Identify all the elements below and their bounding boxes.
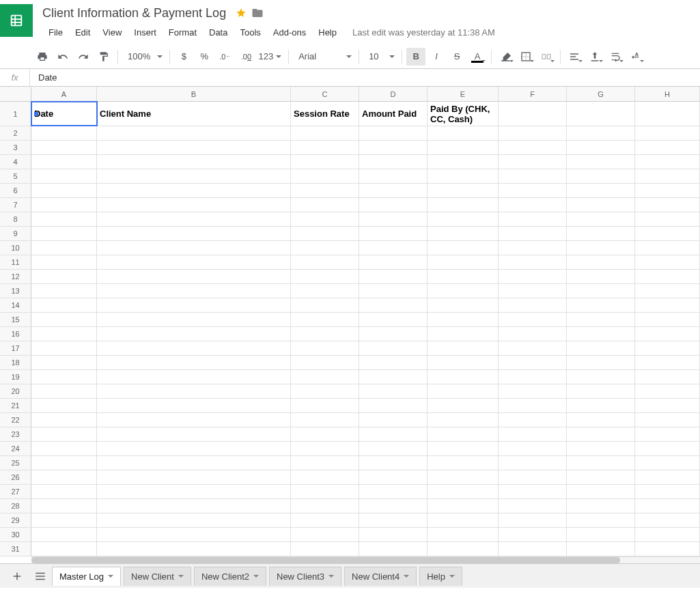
- cell-E28[interactable]: [428, 499, 499, 513]
- cell-A26[interactable]: [31, 470, 97, 484]
- cell-C28[interactable]: [291, 499, 359, 513]
- cell-E16[interactable]: [428, 327, 499, 341]
- cell-D4[interactable]: [359, 155, 428, 169]
- cell-H27[interactable]: [635, 485, 700, 498]
- cell-E7[interactable]: [428, 198, 499, 212]
- format-currency-button[interactable]: $: [174, 48, 193, 66]
- cell-H30[interactable]: [635, 528, 700, 541]
- cell-F9[interactable]: [499, 227, 567, 240]
- cell-F25[interactable]: [499, 456, 567, 470]
- all-sheets-button[interactable]: [29, 567, 52, 586]
- cell-G30[interactable]: [567, 528, 635, 541]
- cell-H8[interactable]: [635, 212, 700, 226]
- row-header-8[interactable]: 8: [0, 212, 31, 226]
- cell-H6[interactable]: [635, 184, 700, 197]
- cell-H19[interactable]: [635, 370, 700, 384]
- cell-E30[interactable]: [428, 528, 499, 541]
- sheet-tab-2[interactable]: New Client2: [194, 567, 266, 586]
- cell-C11[interactable]: [291, 255, 359, 269]
- row-header-16[interactable]: 16: [0, 327, 31, 341]
- merge-cells-button[interactable]: [537, 48, 556, 66]
- cell-E9[interactable]: [428, 227, 499, 240]
- row-header-21[interactable]: 21: [0, 399, 31, 412]
- row-header-24[interactable]: 24: [0, 442, 31, 455]
- cell-G23[interactable]: [567, 427, 635, 441]
- row-header-22[interactable]: 22: [0, 413, 31, 427]
- cell-B2[interactable]: [97, 126, 291, 140]
- cell-F3[interactable]: [499, 141, 567, 154]
- cell-A16[interactable]: [31, 327, 97, 341]
- cell-H5[interactable]: [635, 169, 700, 183]
- cell-B18[interactable]: [97, 356, 291, 369]
- cell-E17[interactable]: [428, 341, 499, 355]
- font-family-select[interactable]: Arial: [293, 48, 354, 66]
- sheet-tab-1[interactable]: New Client: [124, 567, 191, 586]
- menu-file[interactable]: File: [42, 25, 69, 40]
- cell-G8[interactable]: [567, 212, 635, 226]
- cell-E29[interactable]: [428, 513, 499, 527]
- cell-D12[interactable]: [359, 270, 428, 283]
- cell-G25[interactable]: [567, 456, 635, 470]
- cell-H18[interactable]: [635, 356, 700, 369]
- cell-G21[interactable]: [567, 399, 635, 412]
- cell-A27[interactable]: [31, 485, 97, 498]
- cell-F12[interactable]: [499, 270, 567, 283]
- borders-button[interactable]: [516, 48, 535, 66]
- bold-button[interactable]: B: [406, 48, 425, 66]
- increase-decimals-button[interactable]: .00: [236, 48, 255, 66]
- cell-C2[interactable]: [291, 126, 359, 140]
- cell-E3[interactable]: [428, 141, 499, 154]
- cell-G22[interactable]: [567, 413, 635, 427]
- cell-G4[interactable]: [567, 155, 635, 169]
- cell-B21[interactable]: [97, 399, 291, 412]
- cell-H10[interactable]: [635, 241, 700, 255]
- cell-C18[interactable]: [291, 356, 359, 369]
- redo-icon[interactable]: [74, 48, 93, 66]
- row-header-28[interactable]: 28: [0, 499, 31, 513]
- cell-C15[interactable]: [291, 313, 359, 326]
- cell-A23[interactable]: [31, 427, 97, 441]
- menu-edit[interactable]: Edit: [69, 25, 96, 40]
- cell-E2[interactable]: [428, 126, 499, 140]
- cell-G3[interactable]: [567, 141, 635, 154]
- cell-H1[interactable]: [635, 102, 700, 126]
- zoom-select[interactable]: 100%: [122, 48, 165, 66]
- cell-G19[interactable]: [567, 370, 635, 384]
- cell-C5[interactable]: [291, 169, 359, 183]
- cell-E27[interactable]: [428, 485, 499, 498]
- cell-D27[interactable]: [359, 485, 428, 498]
- col-header-D[interactable]: D: [359, 87, 428, 101]
- cell-G27[interactable]: [567, 485, 635, 498]
- cell-F28[interactable]: [499, 499, 567, 513]
- cell-C31[interactable]: [291, 542, 359, 556]
- cell-C23[interactable]: [291, 427, 359, 441]
- cell-A8[interactable]: [31, 212, 97, 226]
- cell-D24[interactable]: [359, 442, 428, 455]
- cell-A2[interactable]: [31, 126, 97, 140]
- cell-A12[interactable]: [31, 270, 97, 283]
- cell-F5[interactable]: [499, 169, 567, 183]
- cell-C8[interactable]: [291, 212, 359, 226]
- row-header-20[interactable]: 20: [0, 384, 31, 398]
- cell-D5[interactable]: [359, 169, 428, 183]
- row-header-6[interactable]: 6: [0, 184, 31, 197]
- cell-D10[interactable]: [359, 241, 428, 255]
- cell-B30[interactable]: [97, 528, 291, 541]
- cell-H16[interactable]: [635, 327, 700, 341]
- cell-C20[interactable]: [291, 384, 359, 398]
- cell-A6[interactable]: [31, 184, 97, 197]
- row-header-13[interactable]: 13: [0, 284, 31, 298]
- cell-E26[interactable]: [428, 470, 499, 484]
- cell-G2[interactable]: [567, 126, 635, 140]
- sheets-logo[interactable]: [0, 4, 33, 37]
- menu-data[interactable]: Data: [203, 25, 234, 40]
- cell-H31[interactable]: [635, 542, 700, 556]
- sheet-tab-5[interactable]: Help: [419, 567, 462, 586]
- cell-A22[interactable]: [31, 413, 97, 427]
- cell-B8[interactable]: [97, 212, 291, 226]
- cell-G28[interactable]: [567, 499, 635, 513]
- cell-F6[interactable]: [499, 184, 567, 197]
- cell-F2[interactable]: [499, 126, 567, 140]
- cell-G9[interactable]: [567, 227, 635, 240]
- cell-C19[interactable]: [291, 370, 359, 384]
